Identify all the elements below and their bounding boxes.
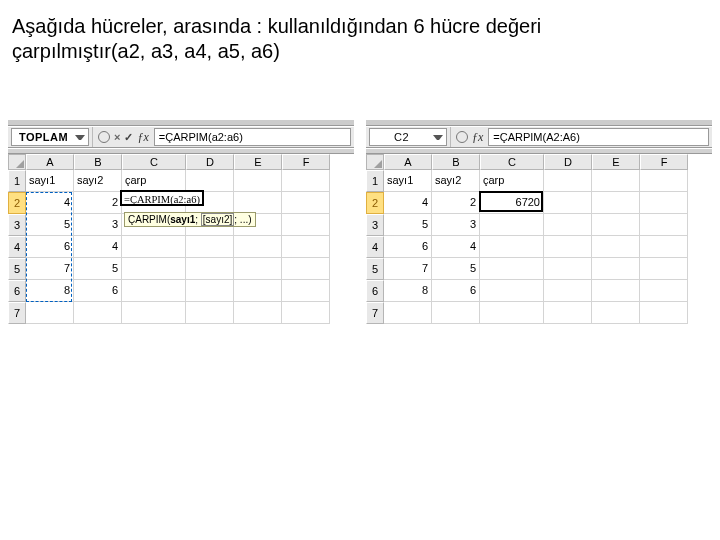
row-header[interactable]: 3 [8,214,26,236]
row-header[interactable]: 5 [8,258,26,280]
cell[interactable] [282,280,330,302]
insert-function-icon[interactable] [98,131,110,143]
row-header[interactable]: 4 [366,236,384,258]
col-header[interactable]: C [122,154,186,170]
cell[interactable]: 6 [74,280,122,302]
cell[interactable] [544,192,592,214]
cell[interactable]: çarp [480,170,544,192]
cell[interactable] [544,258,592,280]
row-header[interactable]: 3 [366,214,384,236]
col-header[interactable]: B [432,154,480,170]
cell[interactable]: 5 [384,214,432,236]
row-header[interactable]: 6 [366,280,384,302]
col-header[interactable]: B [74,154,122,170]
cell[interactable] [480,214,544,236]
cell[interactable]: sayı1 [384,170,432,192]
cell[interactable]: 3 [74,214,122,236]
cell[interactable] [544,236,592,258]
cell[interactable] [592,258,640,280]
cell[interactable] [544,170,592,192]
fx-icon[interactable]: ƒx [472,130,483,145]
cell[interactable] [592,192,640,214]
cell-result[interactable]: 6720 [480,192,544,214]
cell[interactable] [234,302,282,324]
cell[interactable]: 4 [384,192,432,214]
cell[interactable] [234,236,282,258]
cell[interactable] [640,170,688,192]
row-header[interactable]: 1 [8,170,26,192]
row-header[interactable]: 1 [366,170,384,192]
row-header[interactable]: 2 [8,192,26,214]
cell[interactable] [480,280,544,302]
cell[interactable]: 6 [432,280,480,302]
cell[interactable] [544,302,592,324]
cell[interactable]: 8 [26,280,74,302]
row-header[interactable]: 7 [366,302,384,324]
cell[interactable] [640,192,688,214]
cell[interactable] [186,170,234,192]
name-box[interactable]: C2 [369,128,447,146]
chevron-down-icon[interactable] [433,135,443,140]
row-header[interactable]: 4 [8,236,26,258]
cell[interactable] [282,236,330,258]
name-box[interactable]: TOPLAM [11,128,89,146]
cell[interactable] [640,280,688,302]
insert-function-icon[interactable] [456,131,468,143]
cell[interactable] [122,280,186,302]
cell[interactable] [384,302,432,324]
cell[interactable] [186,236,234,258]
cell[interactable]: çarp [122,170,186,192]
fx-icon[interactable]: ƒx [137,130,148,145]
cell[interactable]: 7 [384,258,432,280]
cancel-icon[interactable]: × [114,131,120,143]
col-header[interactable]: F [640,154,688,170]
cell[interactable] [282,214,330,236]
cell[interactable] [640,302,688,324]
col-header[interactable]: A [26,154,74,170]
cell[interactable]: 4 [26,192,74,214]
cell[interactable]: sayı2 [432,170,480,192]
cell[interactable]: 8 [384,280,432,302]
cell[interactable] [640,258,688,280]
grid-right[interactable]: A B C D E F 1 sayı1 sayı2 çarp 2 4 2 672… [366,154,712,324]
select-all-corner[interactable] [366,154,384,170]
cell[interactable] [480,258,544,280]
cell[interactable] [592,214,640,236]
cell[interactable]: 7 [26,258,74,280]
cell[interactable]: sayı2 [74,170,122,192]
cell[interactable]: 3 [432,214,480,236]
cell[interactable]: 6 [384,236,432,258]
row-header[interactable]: 7 [8,302,26,324]
col-header[interactable]: E [234,154,282,170]
confirm-icon[interactable]: ✓ [124,131,133,144]
cell[interactable] [544,214,592,236]
cell[interactable]: 2 [432,192,480,214]
cell[interactable] [480,302,544,324]
cell[interactable] [234,192,282,214]
cell[interactable] [234,170,282,192]
cell[interactable] [432,302,480,324]
cell[interactable]: 6 [26,236,74,258]
cell[interactable]: 4 [432,236,480,258]
cell[interactable] [480,236,544,258]
col-header[interactable]: E [592,154,640,170]
cell[interactable]: 2 [74,192,122,214]
cell[interactable] [282,258,330,280]
row-header[interactable]: 2 [366,192,384,214]
formula-input[interactable]: =ÇARPIM(A2:A6) [488,128,709,146]
grid-left[interactable]: A B C D E F 1 sayı1 sayı2 çarp 2 4 2 3 5 [8,154,354,324]
cell[interactable] [544,280,592,302]
col-header[interactable]: D [186,154,234,170]
cell[interactable] [122,302,186,324]
in-cell-formula[interactable]: =ÇARPIM(a2:a6) [120,190,204,206]
cell[interactable] [282,302,330,324]
formula-input[interactable]: =ÇARPIM(a2:a6) [154,128,351,146]
cell[interactable] [592,280,640,302]
cell[interactable] [592,236,640,258]
row-header[interactable]: 5 [366,258,384,280]
cell[interactable] [186,258,234,280]
cell[interactable]: 4 [74,236,122,258]
cell[interactable] [186,302,234,324]
cell[interactable]: sayı1 [26,170,74,192]
cell[interactable] [234,258,282,280]
